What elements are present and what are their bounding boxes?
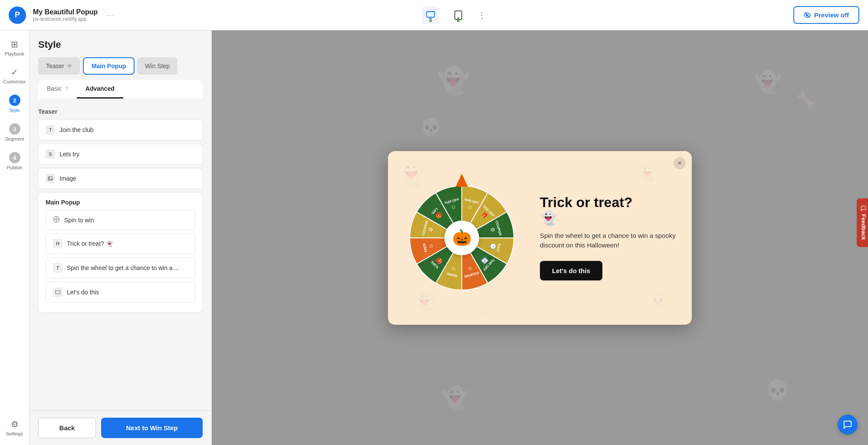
- svg-rect-0: [426, 11, 434, 17]
- feedback-tab[interactable]: Feedback: [857, 198, 868, 247]
- teaser-image-label: Image: [59, 175, 76, 182]
- teaser-item-lets-try[interactable]: S Lets try: [38, 144, 203, 165]
- sidebar-item-settings[interactable]: ⚙ Settings: [3, 415, 27, 440]
- main-popup-heading-label: Trick or treat? 👻: [67, 240, 113, 247]
- popup-wheel-section: %40 OFF ☺ %50 OFF 🎁 COUPON ⚙: [388, 151, 536, 325]
- main-popup-spin-label: Spin to win: [64, 217, 94, 224]
- popup-description: Spin the wheel to get a chance to win a …: [540, 231, 678, 251]
- next-to-win-step-button[interactable]: Next to Win Step: [101, 418, 203, 438]
- style-panel-footer: Back Next to Win Step: [30, 410, 211, 445]
- playbook-label: Playbook: [5, 51, 24, 56]
- sidebar-item-style[interactable]: 2 Style: [3, 91, 27, 116]
- teaser-section-label: Teaser: [38, 108, 203, 115]
- tab-teaser[interactable]: Teaser 👁: [38, 57, 80, 75]
- popup-content-section: Trick or treat? 👻 Spin the wheel to get …: [536, 151, 692, 325]
- topbar-options-icon[interactable]: ⋮: [477, 10, 486, 20]
- sidebar-item-playbook[interactable]: ⊞ Playbook: [3, 36, 27, 60]
- close-icon: ×: [677, 159, 681, 167]
- item-type-h-badge: H: [53, 239, 62, 248]
- segment-step-num: 3: [9, 123, 20, 135]
- tab-main-popup[interactable]: Main Popup: [83, 57, 135, 75]
- svg-rect-15: [56, 291, 60, 294]
- pointer-triangle: [456, 174, 468, 187]
- publish-label: Publish: [7, 165, 22, 170]
- popup-name: My Beautiful Popup: [33, 8, 98, 16]
- mobile-device-btn[interactable]: [450, 7, 467, 24]
- eye-off-icon: 👁: [67, 63, 72, 69]
- style-label: Style: [9, 108, 20, 113]
- item-type-img-badge: [46, 174, 55, 183]
- item-type-btn-badge: [53, 287, 62, 297]
- desktop-device-btn[interactable]: [422, 7, 439, 24]
- preview-button[interactable]: Preview off: [793, 6, 859, 24]
- bg-skull-1: 🦴: [796, 91, 816, 109]
- style-tabs-row: Teaser 👁 Main Popup Win Step: [38, 57, 203, 75]
- customize-label: Customize: [3, 79, 26, 84]
- settings-label: Settings: [6, 431, 23, 436]
- bg-ghost-1: 👻: [437, 65, 470, 96]
- segment-label: Segment: [5, 136, 24, 142]
- style-step-num: 2: [9, 95, 20, 106]
- wheel-pointer: [456, 174, 468, 187]
- item-type-t-badge: T: [46, 125, 55, 135]
- style-panel: Style Teaser 👁 Main Popup Win Step Basic: [30, 30, 212, 445]
- sidebar-item-segment[interactable]: 3 Segment: [3, 120, 27, 145]
- popup-url: ps-testceren.netlify.app: [33, 16, 98, 22]
- main-popup-item-spin[interactable]: Spin to win: [46, 210, 195, 230]
- wheel-icon: [53, 216, 60, 224]
- wheel-container: %40 OFF ☺ %50 OFF 🎁 COUPON ⚙: [405, 181, 518, 294]
- customize-icon: ✓: [11, 67, 18, 77]
- style-panel-header: Style Teaser 👁 Main Popup Win Step Basic: [30, 30, 211, 99]
- popup-modal: 👻 👻 👻 💀 🦴 ×: [388, 151, 692, 325]
- style-panel-content: Teaser T Join the club S Lets try Image: [30, 99, 211, 410]
- basic-help-icon: ?: [65, 86, 68, 92]
- topbar-more-menu[interactable]: ⋯: [106, 10, 114, 20]
- bg-ghost-5: 💀: [766, 379, 790, 402]
- popup-cta-button[interactable]: Let's do this: [540, 261, 602, 280]
- pumpkin-emoji: 🎃: [452, 229, 472, 247]
- wheel-center: 🎃: [444, 221, 479, 255]
- main-popup-section-label: Main Popup: [46, 199, 195, 206]
- tab-win-step[interactable]: Win Step: [137, 57, 178, 75]
- main-popup-item-cta[interactable]: Let's do this: [46, 282, 195, 303]
- svg-point-4: [458, 18, 459, 19]
- sub-tab-advanced[interactable]: Advanced: [77, 80, 123, 99]
- sub-tab-basic[interactable]: Basic ?: [38, 80, 77, 99]
- item-type-s-badge: S: [46, 149, 55, 159]
- popup-ghost-emoji: 👻: [540, 210, 557, 226]
- svg-point-10: [56, 218, 57, 220]
- main-popup-text-label: Spin the wheel to get a chance to win a …: [67, 264, 179, 271]
- teaser-lets-try-label: Lets try: [59, 151, 79, 158]
- back-button[interactable]: Back: [38, 418, 96, 438]
- bg-ghost-4: 👻: [754, 69, 781, 95]
- style-panel-title: Style: [38, 39, 203, 50]
- topbar-title-block: My Beautiful Popup ps-testceren.netlify.…: [33, 8, 98, 22]
- feedback-label: Feedback: [861, 214, 867, 240]
- preview-label: Preview off: [814, 11, 849, 19]
- app-logo: P: [9, 7, 26, 24]
- main-popup-section-box: Main Popup Spin to win H Trick or: [38, 192, 203, 313]
- main-popup-item-text[interactable]: T Spin the wheel to get a chance to win …: [46, 257, 195, 278]
- teaser-join-label: Join the club: [59, 126, 94, 133]
- publish-step-num: 4: [9, 152, 20, 163]
- main-popup-cta-label: Let's do this: [67, 289, 99, 296]
- playbook-icon: ⊞: [11, 39, 18, 49]
- bg-ghost-2: 💀: [420, 117, 442, 138]
- chat-bubble-button[interactable]: [838, 415, 858, 435]
- popup-close-button[interactable]: ×: [674, 157, 686, 169]
- topbar-device-switcher: ⋮: [121, 7, 786, 24]
- popup-title: Trick or treat? 👻: [540, 195, 678, 225]
- teaser-item-image[interactable]: Image: [38, 168, 203, 189]
- item-type-t2-badge: T: [53, 263, 62, 273]
- sub-tabs-row: Basic ? Advanced: [38, 80, 203, 99]
- sidebar-item-publish[interactable]: 4 Publish: [3, 148, 27, 174]
- topbar-right: Preview off: [793, 6, 859, 24]
- teaser-item-join[interactable]: T Join the club: [38, 119, 203, 140]
- main-layout: ⊞ Playbook ✓ Customize 2 Style 3 Segment…: [0, 30, 868, 445]
- settings-icon: ⚙: [11, 419, 19, 429]
- main-popup-item-heading[interactable]: H Trick or treat? 👻: [46, 233, 195, 254]
- sidebar-item-customize[interactable]: ✓ Customize: [3, 63, 27, 88]
- bg-ghost-3: 👻: [442, 385, 469, 410]
- topbar: P My Beautiful Popup ps-testceren.netlif…: [0, 0, 868, 30]
- preview-area: 👻 💀 👻 👻 💀 🦴 👻 👻 👻 💀 🦴 ×: [212, 30, 868, 445]
